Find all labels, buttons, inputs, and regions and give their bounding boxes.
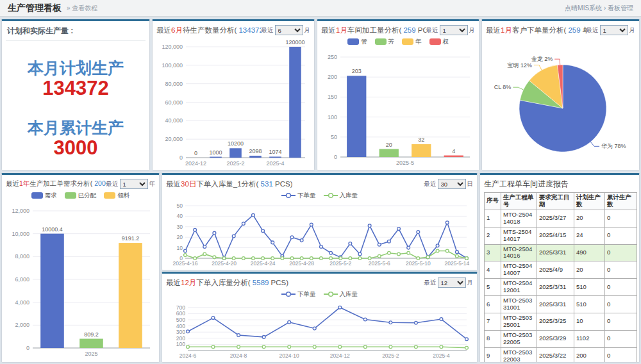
actual-label: 本月累计生产 xyxy=(6,119,146,137)
period-select[interactable]: 1 xyxy=(440,25,468,35)
table-cell: 24 xyxy=(574,227,605,244)
table-row[interactable]: 9MTO-2503220032025/3/222000 xyxy=(485,347,637,363)
data-point xyxy=(465,338,469,341)
legend-swatch-icon xyxy=(104,192,115,199)
table-cell: MTO-250414016 xyxy=(501,244,537,261)
legend-label: 下单量 xyxy=(297,290,316,299)
legend-label: 管 xyxy=(361,38,367,46)
chart-text: 6,000 xyxy=(15,276,29,283)
panel-progress-report: 生产工程单车间进度报告 序号生产工程单号要求完工日期计划生产数累计生产数 1MT… xyxy=(479,173,640,363)
bar xyxy=(289,47,301,158)
period-selector: 最近1年 xyxy=(106,179,156,189)
legend-item[interactable]: 已分配 xyxy=(65,192,97,200)
legend-item[interactable]: 入库量 xyxy=(324,290,358,299)
data-point xyxy=(339,257,342,260)
period-select[interactable]: 12 xyxy=(438,277,466,288)
bar xyxy=(40,234,64,348)
legend-label: 芳 xyxy=(388,38,395,46)
table-cell: 2025/3/27 xyxy=(537,210,574,227)
period-selector: 最近6月 xyxy=(262,25,311,35)
data-point xyxy=(417,257,420,260)
data-point xyxy=(290,257,294,260)
chart-text: 600 xyxy=(176,310,185,317)
data-point xyxy=(387,240,390,243)
bar xyxy=(210,157,222,158)
breadcrumb[interactable]: 点晴MIS系统 › 看板管理 xyxy=(565,4,633,13)
chart-text: 2025-5-10 xyxy=(406,260,431,267)
data-point xyxy=(440,318,443,321)
period-select[interactable]: 30 xyxy=(438,179,466,189)
chart-text: 200 xyxy=(176,335,185,342)
chart-text: 1074 xyxy=(269,149,281,155)
table-cell: 200 xyxy=(574,347,605,363)
top-header: 生产管理看板 » 查看教程 点晴MIS系统 › 看板管理 xyxy=(0,0,641,17)
data-point xyxy=(262,345,265,349)
chart-text: 9191.2 xyxy=(122,235,140,242)
chart-text: 2025 xyxy=(85,351,97,357)
chart-text: 250 xyxy=(328,54,337,60)
data-point xyxy=(262,335,265,338)
table-cell: 2025/4/15 xyxy=(537,227,574,244)
data-point xyxy=(407,246,410,249)
chart-text: 2025-5-2 xyxy=(329,260,351,267)
table-row[interactable]: 3MTO-2504140162025/3/314900 xyxy=(485,244,637,261)
table-cell: 490 xyxy=(574,244,605,261)
table-cell: 510 xyxy=(574,296,605,313)
table-cell: 0 xyxy=(605,279,637,296)
table-cell: 5 xyxy=(485,279,501,296)
view-tutorial-link[interactable]: » 查看教程 xyxy=(67,4,97,13)
legend-item[interactable]: 下单量 xyxy=(281,192,316,200)
table-cell: 0 xyxy=(605,261,637,279)
data-point xyxy=(213,231,216,235)
legend-item[interactable]: 领料 xyxy=(104,192,129,200)
data-point xyxy=(313,345,316,349)
legend-label: 入库量 xyxy=(340,290,358,299)
period-selector: 最近30日 xyxy=(424,179,474,189)
table-row[interactable]: 7MTO-2503250012025/3/25100 xyxy=(485,313,637,330)
legend-item[interactable]: 管 xyxy=(347,38,367,46)
chart-text: 2025-5-6 xyxy=(369,260,390,267)
table-cell: 20 xyxy=(574,210,605,227)
period-select[interactable]: 1 xyxy=(120,179,148,189)
legend-item[interactable]: 需求 xyxy=(31,192,57,200)
data-point xyxy=(252,257,255,260)
progress-table: 序号生产工程单号要求完工日期计划生产数累计生产数 1MTO-2504140182… xyxy=(484,192,637,363)
workshop-bar-chart: 050100150200250203203242025-5 xyxy=(321,47,475,167)
panel-demand-analysis: 最近1年生产加工单需求分析( 20000.8 最近1年 需求已分配领料 02,0… xyxy=(1,173,160,363)
table-cell: 2 xyxy=(485,227,501,244)
legend-item[interactable]: 入库量 xyxy=(324,192,358,200)
chart-text: 120,000 xyxy=(162,44,183,50)
demand-bar-chart: 02,0004,0006,0008,00010,00012,00010000.4… xyxy=(6,201,155,358)
table-cell: 7 xyxy=(485,313,501,330)
data-point xyxy=(426,256,429,259)
data-point xyxy=(320,245,323,249)
data-point xyxy=(184,249,187,252)
legend-item[interactable]: 权 xyxy=(429,38,449,46)
table-header-cell: 要求完工日期 xyxy=(537,193,574,210)
chart-text: 2024-12 xyxy=(185,160,206,167)
table-cell: MTO-250412001 xyxy=(501,279,537,296)
table-cell: MTO-250414018 xyxy=(501,210,537,227)
table-row[interactable]: 1MTO-2504140182025/3/27200 xyxy=(485,210,637,227)
data-point xyxy=(368,224,371,228)
table-row[interactable]: 5MTO-2504120012025/3/315100 xyxy=(485,279,637,296)
legend-item[interactable]: 下单量 xyxy=(281,290,316,299)
data-point xyxy=(313,327,316,330)
table-cell: 2025/3/31 xyxy=(537,279,574,296)
period-select[interactable]: 1 xyxy=(600,25,628,35)
data-point xyxy=(407,251,410,254)
period-selector: 最近12月 xyxy=(424,277,474,288)
legend-swatch-icon xyxy=(402,38,413,45)
table-row[interactable]: 6MTO-2503310012025/3/315100 xyxy=(485,296,637,313)
legend-item[interactable]: 芳 xyxy=(375,38,395,46)
table-row[interactable]: 8MTO-2503220052025/3/2911020 xyxy=(485,330,637,347)
legend-item[interactable]: 年 xyxy=(402,38,422,46)
table-cell: 2025/3/22 xyxy=(537,347,574,363)
period-select[interactable]: 6 xyxy=(275,25,303,35)
chart-text: 40 xyxy=(177,213,183,219)
table-row[interactable]: 2MTS-2504140172025/4/15240 xyxy=(485,227,637,244)
data-point xyxy=(194,257,197,260)
panel-monthly-orders: 最近12月下单入库量分析( 5589 PCS) 最近12月 下单量入库量 100… xyxy=(162,272,478,363)
chart-text: 2,000 xyxy=(15,322,29,328)
table-row[interactable]: 4MTO-2504140072025/4/9200 xyxy=(485,261,637,279)
